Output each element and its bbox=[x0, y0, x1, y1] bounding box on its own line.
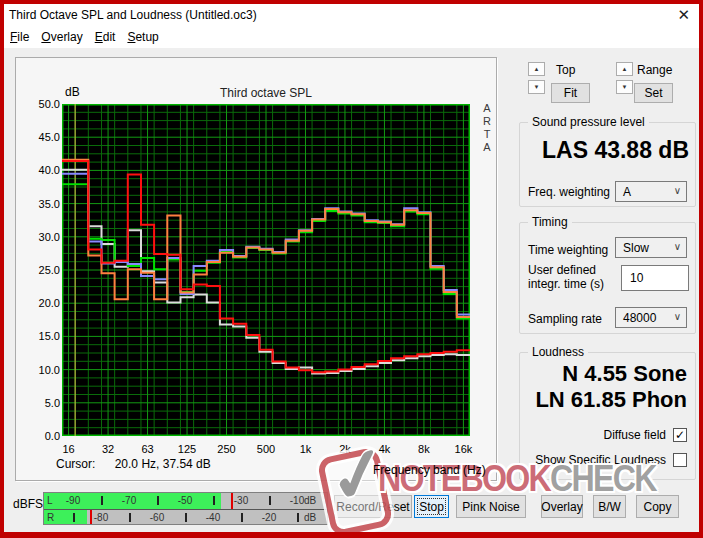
close-icon[interactable]: ✕ bbox=[677, 6, 690, 24]
spl-value: LAS 43.88 dB bbox=[542, 137, 689, 164]
window-title: Third Octave SPL and Loudness (Untitled.… bbox=[9, 8, 257, 22]
specific-loudness-label: Show Specific Loudness bbox=[535, 453, 666, 467]
meter-peak-marker-R bbox=[90, 510, 92, 524]
x-tick-16k: 16k bbox=[446, 443, 480, 455]
meter-tick bbox=[269, 496, 271, 505]
menu-bar: FileOverlayEditSetup bbox=[4, 27, 699, 48]
top-spin-up-button[interactable]: ▲ bbox=[528, 62, 545, 76]
y-tick-30.0: 30.0 bbox=[22, 231, 60, 244]
y-tick-20.0: 20.0 bbox=[22, 297, 60, 310]
sampling-rate-label: Sampling rate bbox=[528, 312, 602, 326]
fit-button[interactable]: Fit bbox=[551, 83, 590, 103]
sampling-rate-select[interactable]: 48000 ∨ bbox=[615, 307, 687, 328]
y-tick-0.0: 0.0 bbox=[22, 430, 60, 443]
meter-channel-R: R bbox=[47, 512, 54, 523]
cursor-value: 20.0 Hz, 37.54 dB bbox=[115, 457, 211, 471]
x-tick-2k: 2k bbox=[328, 443, 362, 455]
x-axis-label: Frequency band (Hz) bbox=[373, 463, 486, 477]
freq-weighting-value: A bbox=[623, 185, 631, 199]
chart-title: Third octave SPL bbox=[62, 86, 470, 100]
loudness-group-title: Loudness bbox=[528, 345, 588, 359]
top-label: Top bbox=[556, 63, 575, 77]
spl-group: Sound pressure level LAS 43.88 dB Freq. … bbox=[519, 122, 696, 207]
set-button[interactable]: Set bbox=[634, 83, 673, 103]
x-tick-125: 125 bbox=[170, 443, 204, 455]
meter-unit-label: dB bbox=[296, 495, 324, 506]
sampling-rate-value: 48000 bbox=[623, 311, 656, 325]
x-tick-500: 500 bbox=[249, 443, 283, 455]
top-spin-down-button[interactable]: ▼ bbox=[528, 80, 545, 94]
app-window: Third Octave SPL and Loudness (Untitled.… bbox=[0, 0, 703, 538]
diffuse-field-label: Diffuse field bbox=[604, 428, 666, 442]
level-meter: L-90-70-50-30-10dB R-80-60-40-20dB bbox=[43, 492, 328, 525]
menu-file[interactable]: File bbox=[4, 27, 35, 47]
y-tick-10.0: 10.0 bbox=[22, 364, 60, 377]
freq-weighting-label: Freq. weighting bbox=[528, 185, 610, 199]
diffuse-field-row: Diffuse field ✓ bbox=[604, 428, 687, 442]
window-border-bottom bbox=[0, 532, 703, 538]
time-weighting-label: Time weighting bbox=[528, 243, 608, 257]
meter-peak-marker-L bbox=[231, 493, 233, 509]
menu-edit[interactable]: Edit bbox=[89, 27, 122, 47]
meter-tick bbox=[185, 513, 187, 522]
b-w-button[interactable]: B/W bbox=[593, 495, 626, 518]
record-reset-button[interactable]: Record/Reset bbox=[334, 495, 412, 518]
y-tick-40.0: 40.0 bbox=[22, 164, 60, 177]
integr-time-label-line1: User defined bbox=[528, 263, 596, 277]
meter-tick bbox=[157, 496, 159, 505]
spl-group-title: Sound pressure level bbox=[528, 115, 649, 129]
window-border-top bbox=[0, 0, 703, 4]
meter-tick bbox=[73, 513, 75, 522]
x-tick-250: 250 bbox=[210, 443, 244, 455]
specific-loudness-checkbox[interactable] bbox=[673, 453, 687, 467]
title-bar[interactable]: Third Octave SPL and Loudness (Untitled.… bbox=[4, 4, 699, 27]
menu-setup[interactable]: Setup bbox=[121, 27, 164, 47]
time-weighting-select[interactable]: Slow ∨ bbox=[615, 237, 687, 258]
range-spin-down-button[interactable]: ▼ bbox=[616, 80, 633, 94]
window-border-left bbox=[0, 0, 4, 538]
stop-button[interactable]: Stop bbox=[414, 495, 449, 518]
y-tick-35.0: 35.0 bbox=[22, 198, 60, 211]
x-tick-4k: 4k bbox=[367, 443, 401, 455]
meter-row-right: R-80-60-40-20dB bbox=[44, 510, 327, 524]
x-tick-32: 32 bbox=[91, 443, 125, 455]
window-border-right bbox=[699, 0, 703, 538]
meter-unit-label: dB bbox=[296, 512, 324, 523]
range-label: Range bbox=[637, 63, 672, 77]
menu-overlay[interactable]: Overlay bbox=[35, 27, 88, 47]
x-tick-1k: 1k bbox=[288, 443, 322, 455]
integr-time-input[interactable]: 10 bbox=[621, 265, 689, 291]
meter-tick bbox=[241, 513, 243, 522]
y-tick-15.0: 15.0 bbox=[22, 330, 60, 343]
chevron-down-icon: ∨ bbox=[674, 311, 681, 322]
timing-group-title: Timing bbox=[528, 215, 572, 229]
spl-plot[interactable] bbox=[62, 104, 470, 436]
meter-scale-label: -40 bbox=[199, 512, 227, 523]
chevron-down-icon: ∨ bbox=[674, 185, 681, 196]
arta-watermark: ARTA bbox=[480, 102, 494, 154]
sone-value: N 4.55 Sone bbox=[562, 361, 687, 387]
meter-scale-label: -60 bbox=[143, 512, 171, 523]
meter-scale-label: -90 bbox=[59, 495, 87, 506]
specific-loudness-row: Show Specific Loudness bbox=[535, 453, 687, 467]
meter-tick bbox=[213, 496, 215, 505]
y-tick-5.0: 5.0 bbox=[22, 397, 60, 410]
diffuse-field-checkbox[interactable]: ✓ bbox=[673, 428, 687, 442]
range-spin-up-button[interactable]: ▲ bbox=[616, 62, 633, 76]
pink-noise-button[interactable]: Pink Noise bbox=[456, 495, 526, 518]
cursor-label: Cursor: bbox=[56, 457, 95, 471]
overlay-button[interactable]: Overlay bbox=[541, 495, 583, 518]
freq-weighting-select[interactable]: A ∨ bbox=[615, 181, 687, 202]
x-tick-8k: 8k bbox=[407, 443, 441, 455]
timing-group: Timing Time weighting Slow ∨ User define… bbox=[519, 222, 696, 334]
x-tick-63: 63 bbox=[131, 443, 165, 455]
chevron-down-icon: ∨ bbox=[674, 241, 681, 252]
time-weighting-value: Slow bbox=[623, 241, 649, 255]
meter-scale-label: -20 bbox=[255, 512, 283, 523]
chart-panel: dB Third octave SPL 50.045.040.035.030.0… bbox=[15, 57, 497, 481]
copy-button[interactable]: Copy bbox=[636, 495, 679, 518]
meter-channel-L: L bbox=[47, 495, 53, 506]
cursor-readout: Cursor: 20.0 Hz, 37.54 dB bbox=[56, 457, 211, 471]
dbfs-label: dBFS bbox=[13, 497, 43, 511]
y-tick-50.0: 50.0 bbox=[22, 98, 60, 111]
